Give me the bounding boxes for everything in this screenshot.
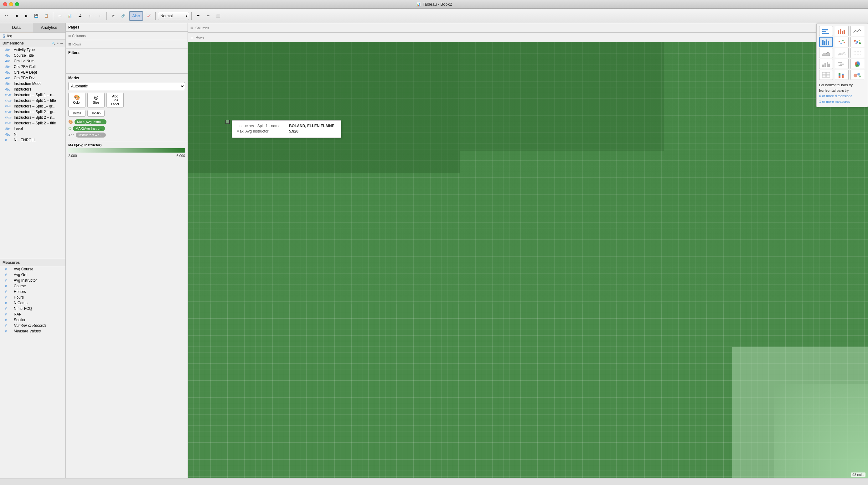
tooltip-button[interactable]: Tooltip [87,110,104,117]
measure-number-of-records[interactable]: #Number of Records [0,323,65,328]
dim-n-enroll[interactable]: #N – ENROLL [0,137,65,143]
hint-measures-link[interactable]: 1 or more measures [819,100,850,103]
dim-crs-lvl-num[interactable]: AbcCrs Lvl Num [0,58,65,64]
marks-button[interactable]: 📈 [144,11,153,21]
forward-button[interactable]: ▶ [22,11,31,21]
maximize-button[interactable] [15,2,19,6]
sort-desc-button[interactable]: ↓ [95,11,104,21]
dim-instructors-split1-gr[interactable]: #AbcInstructors – Split 1– gr... [0,103,65,109]
chart-scatter[interactable] [835,37,848,47]
dim-instructors-split2-n[interactable]: #AbcInstructors – Split 2 – n... [0,115,65,120]
dim-instructors-split2-title[interactable]: #AbcInstructors – Split 2 – title [0,120,65,126]
measure-honors[interactable]: #Honors [0,289,65,295]
chart-line[interactable] [850,26,864,36]
sort-icon[interactable]: ≡ [57,42,59,45]
chart-gantt[interactable] [835,59,848,69]
chart-bar-stacked[interactable] [835,70,848,80]
svg-rect-37 [839,76,840,78]
columns-content[interactable] [91,33,185,39]
swap-button[interactable]: ⇄ [75,11,84,21]
chart-dotted-line[interactable] [850,48,864,58]
rows-content[interactable] [91,41,185,47]
measure-hours[interactable]: #Hours [0,295,65,300]
window-controls[interactable] [3,2,19,6]
dim-instruction-mode[interactable]: AbcInstruction Mode [0,81,65,87]
dim-crs-pba-div[interactable]: AbcCrs PBA Div [0,75,65,81]
column-shelf[interactable]: ⊞ Columns [188,23,868,33]
save-button[interactable]: 💾 [32,11,41,21]
chart-area[interactable] [819,48,833,58]
dim-n[interactable]: AbcN [0,131,65,137]
more-icon[interactable]: ⋯ [60,42,63,45]
svg-point-18 [859,42,861,44]
chart-table[interactable] [819,70,833,80]
svg-rect-6 [844,30,845,34]
tooltip-button[interactable]: ⬜ [214,11,223,21]
tab-data[interactable]: Data [0,23,33,32]
search-icon[interactable]: 🔍 [52,42,55,45]
back-button[interactable]: ◀ [12,11,21,21]
measure-avg-instructor[interactable]: #Avg Instructor [0,278,65,283]
pill-max-avg-instru-2[interactable]: MAX(Avg Instru... [73,126,105,131]
measure-n-intr-fcq[interactable]: #N Intr FCQ [0,306,65,311]
mark-type-select[interactable]: Normal Label Fit Width [158,12,189,20]
detail-button[interactable]: Detail [68,110,86,117]
chart-bar-v[interactable] [835,26,848,36]
chart-pie[interactable] [850,59,864,69]
measure-rap[interactable]: #RAP [0,311,65,317]
viz-grid: Instructors - Split 1 - name: BOLAND, EL… [188,42,868,478]
marks-type-select[interactable]: Automatic Bar Line Circle Square Shape T… [68,82,185,90]
dim-instructors-split2-gr[interactable]: #AbcInstructors – Split 2 – gr... [0,109,65,115]
tab-analytics[interactable]: Analytics [33,23,66,32]
new-datasource-button[interactable]: 📋 [42,11,51,21]
measure-n-comb[interactable]: #N Comb [0,300,65,306]
measure-section[interactable]: #Section [0,317,65,323]
viz-area[interactable]: Instructors - Split 1 - name: BOLAND, EL… [188,42,868,478]
dim-instructors-split1-n[interactable]: #AbcInstructors – Split 1 – n... [0,92,65,98]
pill-instructors-s[interactable]: Instructors – S... [76,132,106,138]
hint-dimensions-link[interactable]: 0 or more dimensions [819,94,852,98]
measure-avg-course[interactable]: #Avg Course [0,266,65,272]
pill3-icon: Abc [68,133,74,137]
chart-bubble[interactable] [850,70,864,80]
mark-type-select-wrapper[interactable]: Normal Label Fit Width [158,12,189,20]
chart-area-line[interactable] [835,48,848,58]
group-button[interactable]: ✂ [109,11,118,21]
close-button[interactable] [3,2,7,6]
minimize-button[interactable] [9,2,13,6]
columns-shelf[interactable]: ⊞ Columns [66,32,188,40]
chart-histogram[interactable] [819,59,833,69]
dim-instructors[interactable]: AbcInstructors [0,87,65,92]
hint-hbar: horizontal bars [819,89,844,92]
pill-max-avg-instru-1[interactable]: MAX(Avg Instru... [74,119,106,124]
chart-area-filled[interactable] [819,37,833,47]
nulls-badge[interactable]: 98 nulls [851,473,866,477]
dimension-list: AbcActivity Type AbcCourse Title AbcCrs … [0,47,65,259]
dim-crs-pba-coll[interactable]: AbcCrs PBA Coll [0,64,65,69]
chart-multimark[interactable] [850,37,864,47]
dim-activity-type[interactable]: AbcActivity Type [0,47,65,53]
color-button[interactable]: 🎨 Color [68,93,86,108]
measure-course[interactable]: #Course [0,283,65,289]
fit-button[interactable]: ⊞ [55,11,64,21]
undo-button[interactable]: ↩ [2,11,11,21]
measure-measure-values[interactable]: #Measure Values [0,328,65,334]
size-button[interactable]: ◎ Size [87,93,104,108]
rows-shelf[interactable]: ☰ Rows [66,40,188,49]
row-shelf[interactable]: ☰ Rows [188,33,868,42]
jump-button[interactable]: ⊢ [194,11,203,21]
marks-title: Marks [68,76,185,80]
chart-bar-h[interactable] [819,26,833,36]
dim-instructors-split1-title[interactable]: #AbcInstructors – Split 1 – title [0,98,65,103]
text-button[interactable]: Abc [129,11,143,21]
edit-button[interactable]: ✏ [204,11,213,21]
label-button[interactable]: Abc123 Label [106,93,124,108]
measure-avg-grd[interactable]: #Avg Grd [0,272,65,278]
dim-course-title[interactable]: AbcCourse Title [0,53,65,58]
svg-rect-4 [840,29,841,34]
chart-type-button[interactable]: 📊 [65,11,74,21]
link-button[interactable]: 🔗 [119,11,128,21]
sort-asc-button[interactable]: ↑ [86,11,94,21]
dim-crs-pba-dept[interactable]: AbcCrs PBA Dept [0,69,65,75]
dim-level[interactable]: AbcLevel [0,126,65,131]
